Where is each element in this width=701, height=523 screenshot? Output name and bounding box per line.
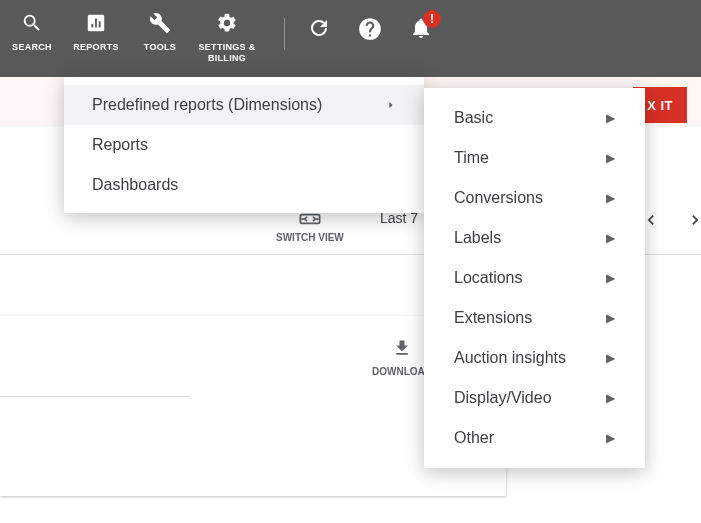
chevron-right-icon: ▶ [606,271,615,285]
submenu-item-label: Labels [454,229,501,247]
chevron-right-icon: ▶ [606,111,615,125]
tools-button[interactable]: TOOLS [128,10,192,53]
menu-dashboards[interactable]: Dashboards [64,165,424,205]
submenu-auction-insights[interactable]: Auction insights ▶ [424,338,645,378]
settings-label: SETTINGS & BILLING [198,42,255,64]
chevron-right-icon: ▶ [606,431,615,445]
menu-item-label: Predefined reports (Dimensions) [92,96,322,114]
settings-button[interactable]: SETTINGS & BILLING [192,10,262,64]
download-button[interactable]: DOWNLOAD [372,338,432,377]
submenu-item-label: Conversions [454,189,543,207]
submenu-item-label: Locations [454,269,523,287]
submenu-item-label: Auction insights [454,349,566,367]
reports-dropdown: Predefined reports (Dimensions) Reports … [64,77,424,213]
submenu-item-label: Time [454,149,489,167]
submenu-locations[interactable]: Locations ▶ [424,258,645,298]
menu-reports[interactable]: Reports [64,125,424,165]
download-icon [392,338,412,366]
switch-view-label: SWITCH VIEW [276,232,344,243]
switch-view-button[interactable]: SWITCH VIEW [276,212,344,243]
menu-item-label: Reports [92,136,148,154]
predefined-reports-submenu: Basic ▶ Time ▶ Conversions ▶ Labels ▶ Lo… [424,88,645,468]
search-icon [19,10,45,36]
reports-icon [83,10,109,36]
chevron-right-icon [386,96,396,114]
submenu-item-label: Extensions [454,309,532,327]
download-label: DOWNLOAD [372,366,432,377]
search-label: SEARCH [12,42,52,53]
chevron-right-icon: ▶ [606,191,615,205]
submenu-item-label: Basic [454,109,493,127]
refresh-icon [307,16,331,40]
chevron-right-icon [685,216,701,233]
reports-label: REPORTS [73,42,119,53]
menu-predefined-reports[interactable]: Predefined reports (Dimensions) [64,85,424,125]
switch-view-icon [299,212,321,232]
tools-label: TOOLS [144,42,176,53]
submenu-item-label: Other [454,429,494,447]
help-button[interactable] [357,16,383,42]
submenu-other[interactable]: Other ▶ [424,418,645,458]
submenu-time[interactable]: Time ▶ [424,138,645,178]
submenu-item-label: Display/Video [454,389,552,407]
reports-button[interactable]: REPORTS [64,10,128,53]
tools-icon [147,10,173,36]
chevron-right-icon: ▶ [606,391,615,405]
top-toolbar: SEARCH REPORTS TOOLS SETTINGS & BILLING … [0,0,701,77]
submenu-basic[interactable]: Basic ▶ [424,98,645,138]
submenu-labels[interactable]: Labels ▶ [424,218,645,258]
pager-next[interactable] [685,210,701,234]
submenu-conversions[interactable]: Conversions ▶ [424,178,645,218]
help-icon [357,16,383,42]
submenu-extensions[interactable]: Extensions ▶ [424,298,645,338]
refresh-button[interactable] [307,16,331,40]
chevron-right-icon: ▶ [606,151,615,165]
chevron-right-icon: ▶ [606,311,615,325]
chevron-right-icon: ▶ [606,231,615,245]
card-divider [0,396,190,397]
notifications-button[interactable]: ! [409,16,433,40]
search-button[interactable]: SEARCH [0,10,64,53]
submenu-display-video[interactable]: Display/Video ▶ [424,378,645,418]
alert-badge: ! [423,10,441,28]
menu-item-label: Dashboards [92,176,178,194]
toolbar-separator [284,18,285,50]
gear-icon [214,10,240,36]
chevron-right-icon: ▶ [606,351,615,365]
